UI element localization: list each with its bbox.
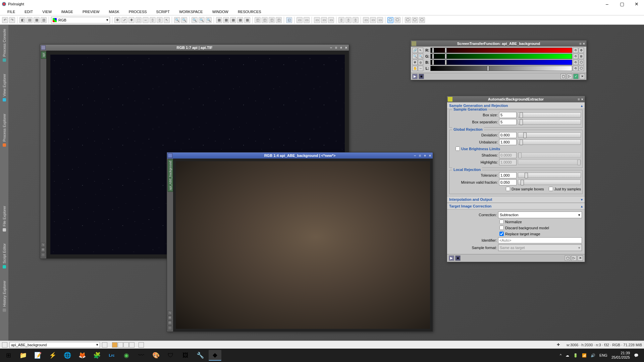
sidebar-btn-1[interactable]: ↘ <box>168 311 172 315</box>
draw-sample-boxes-checkbox[interactable]: Draw sample boxes <box>506 186 544 191</box>
menu-edit[interactable]: EDIT <box>20 9 38 15</box>
grid5-icon[interactable]: ▦ <box>244 17 250 23</box>
system-clock[interactable]: 21:39 25/01/2025 <box>611 351 630 360</box>
channel-selector[interactable]: RGB ▾ <box>51 17 110 23</box>
tray-chevron-icon[interactable]: ^ <box>560 353 561 357</box>
view-selector[interactable]: api_ABE_background▾ <box>9 342 100 348</box>
close-button[interactable]: × <box>428 154 432 158</box>
layer3-icon[interactable]: ◫ <box>269 17 275 23</box>
settings-g-icon[interactable]: ⊞ <box>579 54 584 59</box>
doc1-icon[interactable]: ▯ <box>150 17 156 23</box>
status-icon-3[interactable] <box>139 342 144 348</box>
menu-image[interactable]: IMAGE <box>56 9 77 15</box>
target-icon[interactable]: ◎ <box>418 60 423 65</box>
layer4-icon[interactable]: ◫ <box>276 17 282 23</box>
crosshair-icon[interactable]: ✚ <box>128 17 135 23</box>
redo-icon[interactable]: ↷ <box>9 17 15 23</box>
image-window-titlebar[interactable]: RGB 1:7 api | api.TIF – ≡ + × <box>40 45 349 51</box>
settings-r-icon[interactable]: ⚙ <box>579 48 584 53</box>
channel-swatch-3[interactable] <box>129 342 135 348</box>
channel-swatch-rgb[interactable] <box>112 342 117 348</box>
zoom-a-icon[interactable]: 🔍 <box>192 17 198 23</box>
shade-button[interactable]: – <box>329 46 333 50</box>
col3-icon[interactable]: ▯ <box>353 17 359 23</box>
palette-icon[interactable]: ▥ <box>41 17 47 23</box>
monitor2-icon[interactable]: 🖵 <box>394 17 400 23</box>
window-maximize-button[interactable]: ▢ <box>614 0 629 8</box>
min-valid-fraction-input[interactable] <box>499 179 517 185</box>
arr1-icon[interactable]: ▭ <box>363 17 369 23</box>
footer-check-icon[interactable]: ✓ <box>573 74 579 79</box>
tolerance-slider[interactable] <box>518 173 581 178</box>
footer-btn-2[interactable]: ▷ <box>571 255 577 261</box>
tab-process-explorer[interactable]: Process Explorer <box>2 111 7 149</box>
maximize-button[interactable]: + <box>339 46 343 50</box>
channel-swatch-2[interactable] <box>123 342 129 348</box>
stf-slider-l[interactable] <box>430 66 572 71</box>
reset-g-icon[interactable]: ⟲ <box>573 54 578 59</box>
undo-icon[interactable]: ↶ <box>2 17 8 23</box>
zoom-b-icon[interactable]: 🔍 <box>199 17 205 23</box>
view-tab-label[interactable]: api <box>41 51 46 59</box>
sidebar-btn-3[interactable]: ⊟ <box>168 321 172 325</box>
col1-icon[interactable]: ▯ <box>338 17 344 23</box>
image-canvas[interactable] <box>173 159 433 331</box>
maximize-button[interactable]: + <box>423 154 427 158</box>
menu-window[interactable]: WINDOW <box>208 9 233 15</box>
monitor5-icon[interactable]: 🖵 <box>419 17 425 23</box>
monitor4-icon[interactable]: 🖵 <box>412 17 418 23</box>
arrows-icon[interactable]: ↔ <box>143 17 149 23</box>
ws5-icon[interactable]: ▭ <box>328 17 334 23</box>
correction-select[interactable]: Subtraction▾ <box>498 212 582 218</box>
stf-process-window[interactable]: ScreenTransferFunction: api_ABE_backgrou… <box>411 40 587 80</box>
footer-btn-1[interactable]: ▢ <box>560 74 566 79</box>
notepad-icon[interactable]: 📝 <box>32 350 44 361</box>
chrome-icon[interactable]: 🌐 <box>61 350 74 361</box>
photos-icon[interactable]: 🖼 <box>179 350 192 361</box>
arr2-icon[interactable]: ▭ <box>370 17 376 23</box>
start-button[interactable]: ⊞ <box>2 350 15 361</box>
fit-icon[interactable]: ⤢ <box>121 17 127 23</box>
grid2-icon[interactable]: ▦ <box>223 17 229 23</box>
section-target-image-correction[interactable]: Target Image Correction▴ <box>447 203 585 209</box>
footer-reset-icon[interactable]: ✕ <box>578 255 583 261</box>
channel-swatch-1[interactable] <box>118 342 123 348</box>
new-icon[interactable]: ◧ <box>19 17 25 23</box>
image-window-abe-background[interactable]: RGB 1:4 api_ABE_background | <*new*> – ≡… <box>167 152 433 332</box>
shade-button[interactable]: ≡ <box>578 97 580 101</box>
section-interpolation-output[interactable]: Interpolation and Output▾ <box>447 196 585 203</box>
sidebar-btn-2[interactable]: ⊞ <box>41 248 45 252</box>
lrc-icon[interactable]: Lrc <box>105 350 118 361</box>
image-window-titlebar[interactable]: RGB 1:4 api_ABE_background | <*new*> – ≡… <box>167 153 433 159</box>
window-minimize-button[interactable]: – <box>600 0 614 8</box>
tray-battery-icon[interactable]: 🔋 <box>573 353 578 358</box>
zoom-out-icon[interactable]: 🔍 <box>418 54 423 59</box>
tab-view-explorer[interactable]: View Explorer <box>2 71 7 104</box>
arrows-icon[interactable]: ↔ <box>418 66 423 71</box>
file-explorer-icon[interactable]: 📁 <box>17 350 30 361</box>
menu-workspace[interactable]: WORKSPACE <box>174 9 208 15</box>
ws3-icon[interactable]: ▭ <box>314 17 320 23</box>
unbalance-slider[interactable] <box>518 139 581 145</box>
footer-btn-1[interactable]: ▢ <box>565 255 570 261</box>
box-size-slider[interactable] <box>518 112 581 118</box>
tab-script-editor[interactable]: Script Editor <box>2 241 7 271</box>
tray-lang-icon[interactable]: ENG <box>599 353 607 357</box>
ws4-icon[interactable]: ▭ <box>321 17 327 23</box>
footer-reset-icon[interactable]: ✕ <box>580 74 585 79</box>
tray-volume-icon[interactable]: 🔊 <box>591 353 595 358</box>
discard-bg-checkbox[interactable]: Discard background model <box>499 225 549 230</box>
monitor-l-icon[interactable]: 🖵 <box>579 66 584 71</box>
box-size-input[interactable] <box>499 112 517 118</box>
ws2-icon[interactable]: ▭ <box>304 17 310 23</box>
firefox-icon[interactable]: 🦊 <box>76 350 89 361</box>
layer2-icon[interactable]: ◫ <box>262 17 268 23</box>
menu-resources[interactable]: RESOURCES <box>233 9 266 15</box>
link-icon[interactable]: 🔗 <box>412 48 418 53</box>
tray-notifications-icon[interactable]: 💬 <box>634 353 639 358</box>
rgb-split-icon[interactable]: ▦ <box>34 17 40 23</box>
apply-square-icon[interactable]: ■ <box>419 74 424 79</box>
pixinsight-taskbar-icon[interactable]: ◆ <box>209 350 221 361</box>
layer1-icon[interactable]: ◫ <box>255 17 261 23</box>
sidebar-btn-1[interactable]: ↘ <box>41 243 45 247</box>
